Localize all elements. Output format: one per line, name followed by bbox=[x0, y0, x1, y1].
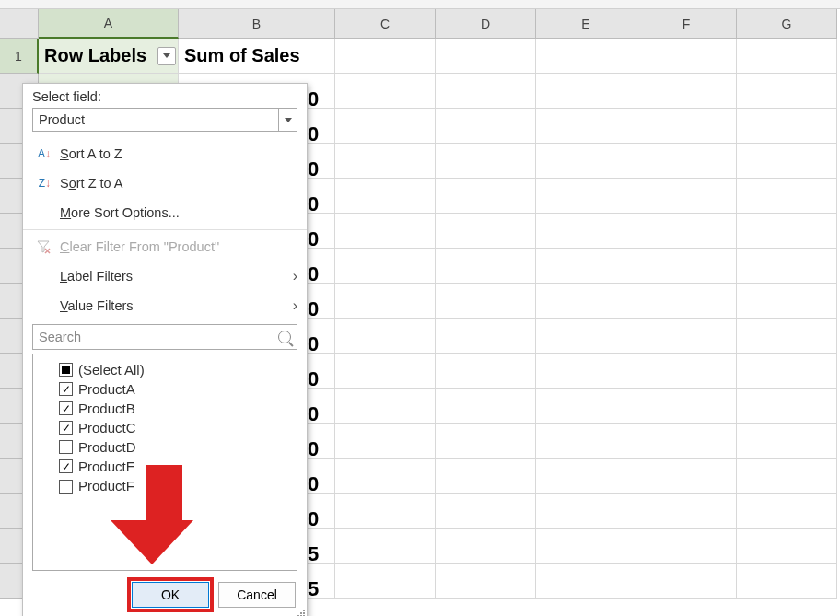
cell[interactable] bbox=[636, 214, 737, 249]
cell[interactable] bbox=[335, 529, 436, 564]
more-sort-options[interactable]: More Sort Options... bbox=[23, 198, 307, 227]
cell[interactable] bbox=[737, 284, 837, 319]
cell[interactable] bbox=[335, 354, 436, 389]
cell[interactable] bbox=[436, 354, 536, 389]
cell[interactable] bbox=[636, 389, 737, 424]
col-header-A[interactable]: A bbox=[39, 9, 179, 39]
cell[interactable] bbox=[636, 564, 737, 599]
filter-item[interactable]: ProductB bbox=[39, 399, 291, 418]
filter-item[interactable]: ProductC bbox=[39, 418, 291, 437]
cell[interactable] bbox=[536, 319, 636, 354]
col-header-F[interactable]: F bbox=[636, 9, 737, 39]
col-header-G[interactable]: G bbox=[737, 9, 837, 39]
ok-button[interactable]: OK bbox=[132, 582, 209, 608]
cell[interactable] bbox=[536, 284, 636, 319]
cell[interactable] bbox=[636, 284, 737, 319]
cell[interactable] bbox=[737, 179, 837, 214]
checkbox-checked-icon[interactable] bbox=[59, 401, 73, 415]
cell[interactable] bbox=[436, 109, 536, 144]
cell[interactable] bbox=[636, 319, 737, 354]
cell[interactable] bbox=[436, 564, 536, 599]
cell[interactable] bbox=[636, 459, 737, 494]
cell[interactable] bbox=[436, 389, 536, 424]
cell[interactable] bbox=[335, 109, 436, 144]
checkbox-unchecked-icon[interactable] bbox=[59, 440, 73, 454]
cell[interactable] bbox=[436, 214, 536, 249]
pivot-row-labels-cell[interactable]: Row Labels bbox=[39, 39, 179, 74]
filter-item[interactable]: ProductD bbox=[39, 437, 291, 457]
pivot-filter-dropdown-button[interactable] bbox=[158, 47, 176, 65]
cell[interactable] bbox=[536, 459, 636, 494]
cell[interactable] bbox=[536, 179, 636, 214]
cell[interactable] bbox=[636, 109, 737, 144]
cell[interactable] bbox=[335, 424, 436, 459]
checkbox-mixed-icon[interactable] bbox=[59, 363, 73, 377]
cell[interactable] bbox=[636, 424, 737, 459]
cell[interactable] bbox=[436, 144, 536, 179]
cell[interactable] bbox=[636, 179, 737, 214]
filter-item[interactable]: ProductE bbox=[39, 457, 291, 476]
cell[interactable] bbox=[335, 494, 436, 529]
cell[interactable] bbox=[436, 39, 536, 74]
cell[interactable] bbox=[737, 74, 837, 109]
value-filters[interactable]: Value Filters › bbox=[23, 291, 307, 320]
cell[interactable] bbox=[536, 354, 636, 389]
sort-a-to-z[interactable]: A↓ Sort A to Z bbox=[23, 139, 307, 169]
cancel-button[interactable]: Cancel bbox=[218, 582, 296, 608]
cell[interactable] bbox=[636, 144, 737, 179]
filter-item-select-all[interactable]: (Select All) bbox=[39, 360, 291, 379]
cell[interactable] bbox=[737, 389, 837, 424]
label-filters[interactable]: Label Filters › bbox=[23, 262, 307, 291]
cell[interactable] bbox=[737, 529, 837, 564]
cell[interactable] bbox=[335, 179, 436, 214]
cell[interactable] bbox=[737, 354, 837, 389]
sort-z-to-a[interactable]: Z↓ Sort Z to A bbox=[23, 169, 307, 198]
cell[interactable] bbox=[536, 144, 636, 179]
cell[interactable] bbox=[737, 319, 837, 354]
cell[interactable] bbox=[636, 494, 737, 529]
cell[interactable] bbox=[737, 39, 837, 74]
cell[interactable] bbox=[436, 424, 536, 459]
filter-search-input[interactable]: Search bbox=[32, 324, 298, 350]
cell[interactable] bbox=[636, 39, 737, 74]
cell[interactable] bbox=[536, 389, 636, 424]
cell[interactable] bbox=[335, 319, 436, 354]
cell[interactable] bbox=[335, 214, 436, 249]
select-all-corner[interactable] bbox=[0, 9, 39, 39]
cell[interactable] bbox=[436, 284, 536, 319]
checkbox-checked-icon[interactable] bbox=[59, 421, 73, 435]
cell[interactable] bbox=[737, 564, 837, 599]
cell[interactable] bbox=[536, 494, 636, 529]
checkbox-unchecked-icon[interactable] bbox=[59, 480, 73, 494]
col-header-B[interactable]: B bbox=[179, 9, 335, 39]
resize-grip[interactable] bbox=[296, 608, 305, 616]
cell[interactable] bbox=[737, 109, 837, 144]
checkbox-checked-icon[interactable] bbox=[59, 459, 73, 473]
row-header-1[interactable]: 1 bbox=[0, 39, 39, 74]
cell[interactable] bbox=[335, 39, 436, 74]
cell[interactable] bbox=[436, 319, 536, 354]
cell[interactable] bbox=[536, 529, 636, 564]
col-header-D[interactable]: D bbox=[436, 9, 536, 39]
cell[interactable] bbox=[636, 354, 737, 389]
cell[interactable] bbox=[335, 459, 436, 494]
cell[interactable] bbox=[335, 564, 436, 599]
checkbox-checked-icon[interactable] bbox=[59, 382, 73, 396]
cell[interactable] bbox=[436, 494, 536, 529]
col-header-E[interactable]: E bbox=[536, 9, 636, 39]
cell[interactable] bbox=[737, 494, 837, 529]
field-select[interactable]: Product bbox=[32, 108, 298, 132]
cell[interactable] bbox=[536, 39, 636, 74]
cell[interactable] bbox=[536, 424, 636, 459]
cell[interactable] bbox=[436, 529, 536, 564]
cell[interactable] bbox=[436, 74, 536, 109]
cell[interactable] bbox=[335, 389, 436, 424]
pivot-sum-header-cell[interactable]: Sum of Sales bbox=[179, 39, 335, 74]
cell[interactable] bbox=[636, 249, 737, 284]
cell[interactable] bbox=[737, 249, 837, 284]
filter-item[interactable]: ProductA bbox=[39, 379, 291, 399]
cell[interactable] bbox=[737, 144, 837, 179]
cell[interactable] bbox=[536, 249, 636, 284]
cell[interactable] bbox=[536, 214, 636, 249]
cell[interactable] bbox=[436, 179, 536, 214]
